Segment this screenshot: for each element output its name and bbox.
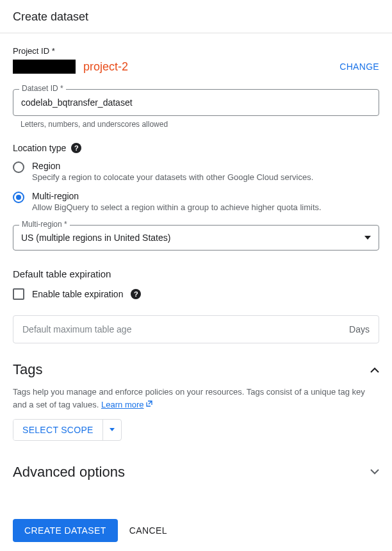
select-scope-split-button: SELECT SCOPE: [13, 419, 122, 441]
multi-region-value: US (multiple regions in United States): [21, 233, 170, 243]
radio-multi-region-button[interactable]: [13, 192, 24, 203]
dataset-id-input[interactable]: [13, 89, 379, 116]
dropdown-arrow-icon: [364, 236, 371, 240]
multi-region-float-label: Multi-region *: [19, 220, 70, 229]
create-dataset-button[interactable]: CREATE DATASET: [13, 519, 118, 542]
max-table-age-field[interactable]: Default maximum table age Days: [13, 315, 379, 343]
expiration-title: Default table expiration: [13, 268, 379, 279]
tags-title: Tags: [13, 361, 42, 378]
external-link-icon: [145, 399, 153, 411]
enable-expiration-label: Enable table expiration: [32, 289, 123, 299]
tags-description: Tags help you manage and enforce policie…: [13, 386, 379, 411]
advanced-header[interactable]: Advanced options: [13, 464, 379, 481]
dialog-content: Project ID * project-2 CHANGE Dataset ID…: [0, 33, 392, 551]
change-project-link[interactable]: CHANGE: [339, 62, 379, 72]
max-table-age-placeholder: Default maximum table age: [22, 324, 131, 334]
dropdown-arrow-icon: [110, 428, 115, 431]
radio-multi-region[interactable]: Multi-region Allow BigQuery to select a …: [13, 191, 379, 212]
dialog-header: Create dataset: [0, 0, 392, 33]
project-row: project-2 CHANGE: [13, 60, 379, 74]
project-id-label: Project ID *: [13, 46, 379, 56]
radio-multi-region-desc: Allow BigQuery to select a region within…: [32, 202, 379, 212]
location-type-text: Location type: [13, 143, 66, 153]
tags-desc-text: Tags help you manage and enforce policie…: [13, 387, 365, 409]
radio-region-button[interactable]: [13, 161, 24, 173]
radio-region[interactable]: Region Specify a region to colocate your…: [13, 161, 379, 182]
radio-region-label: Region: [32, 161, 379, 171]
location-type-radio-group: Region Specify a region to colocate your…: [13, 161, 379, 212]
help-icon[interactable]: ?: [131, 289, 141, 299]
help-icon[interactable]: ?: [71, 143, 81, 153]
multi-region-select-wrap: Multi-region * US (multiple regions in U…: [13, 225, 379, 251]
chevron-up-icon: [370, 365, 379, 374]
advanced-title: Advanced options: [13, 464, 125, 481]
select-scope-button[interactable]: SELECT SCOPE: [13, 420, 102, 440]
max-table-age-unit: Days: [349, 324, 370, 334]
project-left: project-2: [13, 60, 128, 74]
radio-region-desc: Specify a region to colocate your datase…: [32, 172, 379, 182]
dialog-footer: CREATE DATASET CANCEL: [13, 519, 379, 551]
dataset-id-field: Dataset ID *: [13, 89, 379, 116]
select-scope-dropdown[interactable]: [102, 420, 121, 440]
radio-multi-region-label: Multi-region: [32, 191, 379, 201]
dialog-title: Create dataset: [13, 10, 379, 24]
tags-header[interactable]: Tags: [13, 361, 379, 378]
project-annotation: project-2: [83, 60, 128, 74]
dataset-id-float-label: Dataset ID *: [19, 84, 66, 93]
radio-region-text: Region Specify a region to colocate your…: [32, 161, 379, 182]
radio-multi-region-text: Multi-region Allow BigQuery to select a …: [32, 191, 379, 212]
enable-expiration-row: Enable table expiration ?: [13, 288, 379, 300]
location-type-label: Location type ?: [13, 143, 379, 153]
dataset-id-helper: Letters, numbers, and underscores allowe…: [20, 120, 379, 129]
enable-expiration-checkbox[interactable]: [13, 288, 24, 300]
chevron-down-icon: [370, 468, 379, 477]
cancel-button[interactable]: CANCEL: [129, 525, 167, 536]
project-id-redacted: [13, 60, 76, 74]
advanced-section: Advanced options: [13, 464, 379, 481]
learn-more-link[interactable]: Learn more: [101, 400, 152, 409]
multi-region-select[interactable]: US (multiple regions in United States): [13, 225, 379, 251]
